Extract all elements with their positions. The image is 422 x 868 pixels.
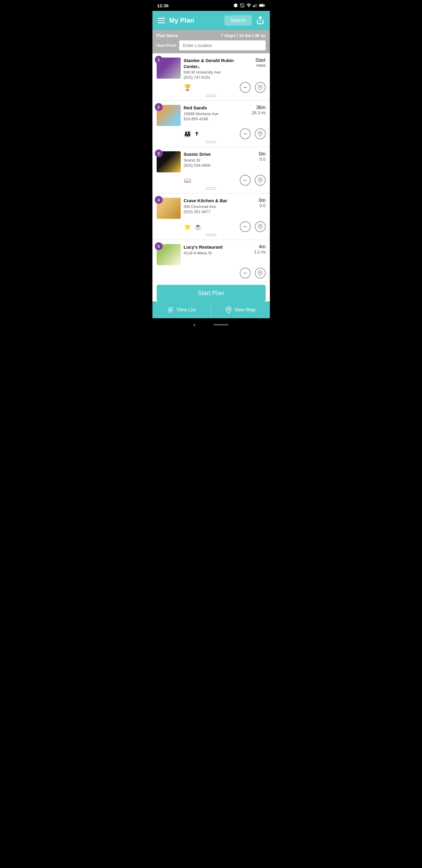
plan-name-label: Plan Name [157, 33, 178, 38]
stop-name: Red Sands [184, 105, 245, 111]
remove-stop-button[interactable] [240, 128, 251, 139]
locate-stop-button[interactable] [255, 221, 266, 232]
svg-rect-2 [253, 5, 254, 7]
plan-stats: 7 stops | 1h 6m | 46 mi [221, 33, 266, 38]
category-icons: 👨‍👩‍👧✝ [184, 130, 199, 137]
share-icon [256, 16, 264, 24]
stop-meta: 0m 0.0 [248, 198, 266, 208]
stop-meta: 0m 0.0 [248, 151, 266, 161]
stop-time: 0m [248, 198, 266, 203]
plan-info-bar: Plan Name 7 stops | 1h 6m | 46 mi Start … [153, 30, 270, 53]
stop-icons-row: 📖 [157, 175, 266, 186]
stop-dist: 0.0 [248, 157, 266, 161]
locate-stop-button[interactable] [255, 128, 266, 139]
stop-time: 36m [248, 105, 266, 110]
search-button[interactable]: Search [224, 16, 252, 26]
stop-number-img: 4 [157, 198, 181, 219]
stop-dist: 1.2 mi [248, 250, 266, 254]
stop-icons-row [157, 268, 266, 278]
svg-point-24 [228, 308, 230, 310]
stop-item: 4 Crave Kitchen & Bar 300 Cincinnati Ave… [153, 193, 270, 240]
category-icon: ☕ [194, 223, 202, 230]
stop-address: 15698 Montana Ave [184, 112, 245, 116]
minus-icon [242, 224, 248, 229]
stop-icons-row: 🏆 [157, 82, 266, 93]
svg-rect-21 [168, 309, 172, 310]
stop-content: 3 Scenic Drive Scenic Dr (915) 534-0600 … [157, 151, 266, 173]
svg-rect-20 [168, 308, 173, 308]
category-icons: ⭐☕ [184, 223, 202, 230]
stop-item: 3 Scenic Drive Scenic Dr (915) 534-0600 … [153, 147, 270, 193]
signal-block-icon [240, 3, 245, 8]
stop-dist: 0.0 [248, 203, 266, 208]
category-icon: 🏆 [184, 84, 191, 91]
stop-name: Lucy's Restaurant [184, 244, 245, 250]
stop-address: 300 Cincinnati Ave [184, 204, 245, 209]
drag-handle[interactable] [157, 186, 266, 190]
stop-content: 5 Lucy's Restaurant 4119 N Mesa St 4m 1.… [157, 244, 266, 265]
category-icon: ⭐ [184, 223, 191, 230]
minus-icon [242, 85, 248, 90]
locate-stop-button[interactable] [255, 268, 266, 278]
stop-item: 2 Red Sands 15698 Montana Ave 915-855-42… [153, 101, 270, 147]
svg-rect-23 [168, 312, 172, 312]
stop-icons-row: 👨‍👩‍👧✝ [157, 128, 266, 139]
drag-handle[interactable] [157, 139, 266, 144]
stop-number-img: 1 [157, 58, 181, 79]
location-input[interactable] [179, 40, 265, 50]
location-icon [258, 224, 263, 229]
category-icons: 🏆 [184, 84, 191, 91]
minus-icon [242, 270, 248, 276]
drag-handle[interactable] [157, 232, 266, 237]
stop-address: 500 W University Ave [184, 70, 245, 74]
back-button[interactable]: ‹ [194, 321, 195, 328]
list-icon [167, 307, 174, 313]
category-icon: 📖 [184, 177, 191, 184]
svg-rect-8 [259, 4, 263, 6]
stop-dist: 28.3 mi [248, 110, 266, 115]
stop-item: 1 Stanlee & Gerald Rubin Center.. 500 W … [153, 53, 270, 101]
start-plan-button[interactable]: Start Plan [157, 285, 266, 301]
share-button[interactable] [255, 15, 266, 27]
stop-list: 1 Stanlee & Gerald Rubin Center.. 500 W … [153, 53, 270, 282]
remove-stop-button[interactable] [240, 175, 251, 186]
stop-content: 1 Stanlee & Gerald Rubin Center.. 500 W … [157, 58, 266, 80]
svg-rect-22 [168, 310, 173, 311]
location-icon [258, 270, 263, 276]
category-icon: ✝ [194, 130, 199, 137]
stop-action-icons [240, 268, 266, 278]
stop-action-icons [240, 82, 266, 93]
location-icon [258, 131, 263, 136]
bottom-nav: View List View Map [153, 301, 270, 318]
stop-phone: (915) 351-3677 [184, 210, 245, 214]
status-time: 12:36 [157, 3, 169, 8]
view-list-button[interactable]: View List [153, 301, 212, 318]
stop-number-img: 2 [157, 105, 181, 126]
stop-phone: (915) 534-0600 [184, 163, 245, 167]
stop-info: Lucy's Restaurant 4119 N Mesa St [184, 244, 245, 255]
remove-stop-button[interactable] [240, 82, 251, 93]
stop-phone: (915) 747-6151 [184, 75, 245, 80]
svg-point-13 [259, 133, 261, 134]
category-icons: 📖 [184, 177, 191, 184]
start-plan-container: Start Plan [153, 282, 270, 301]
remove-stop-button[interactable] [240, 221, 251, 232]
cell-icon [253, 3, 257, 7]
remove-stop-button[interactable] [240, 268, 251, 278]
menu-button[interactable] [157, 17, 166, 24]
view-map-button[interactable]: View Map [211, 301, 270, 318]
stop-address: Scenic Dr [184, 158, 245, 162]
stop-number: 2 [155, 103, 163, 111]
svg-rect-3 [254, 5, 255, 7]
home-indicator[interactable] [214, 324, 229, 326]
stop-action-icons [240, 175, 266, 186]
stop-content: 4 Crave Kitchen & Bar 300 Cincinnati Ave… [157, 198, 266, 219]
stop-info: Crave Kitchen & Bar 300 Cincinnati Ave (… [184, 198, 245, 214]
drag-handle[interactable] [157, 93, 266, 97]
stop-time: Start [248, 58, 266, 63]
locate-stop-button[interactable] [255, 175, 266, 186]
stop-number: 5 [155, 242, 163, 250]
locate-stop-button[interactable] [255, 82, 266, 93]
svg-rect-5 [256, 4, 257, 7]
stop-number: 4 [155, 196, 163, 204]
